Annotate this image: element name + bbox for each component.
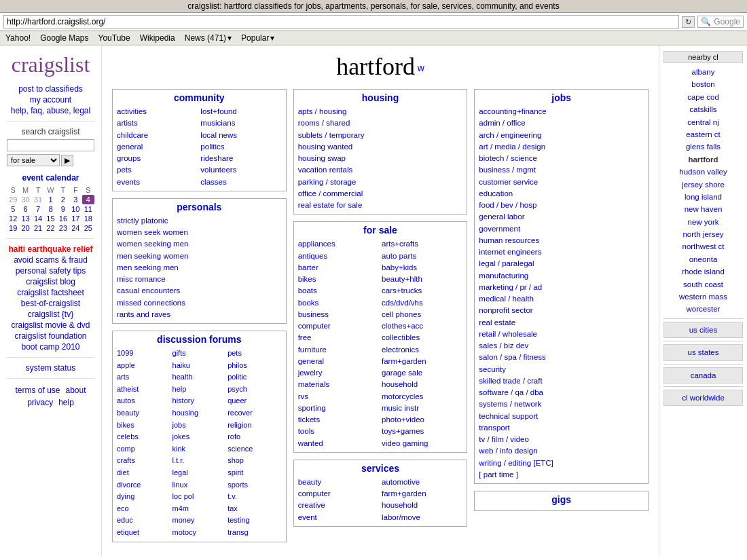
cal-day[interactable]: 16 xyxy=(57,214,69,223)
cal-day[interactable]: 3 xyxy=(69,195,81,204)
terms-of-use[interactable]: terms of use xyxy=(15,386,60,395)
forum-kink[interactable]: kink xyxy=(172,443,227,455)
jobs-customer[interactable]: customer service xyxy=(479,176,644,188)
services-labormove[interactable]: labor/move xyxy=(382,512,462,523)
forum-recover[interactable]: recover xyxy=(227,407,282,419)
post-to-classifieds[interactable]: post to classifieds xyxy=(7,84,94,94)
jobs-arch[interactable]: arch / engineering xyxy=(479,130,644,141)
nearby-albany[interactable]: albany xyxy=(663,66,743,78)
craigslist-search-input[interactable] xyxy=(7,139,94,151)
cal-day[interactable]: 13 xyxy=(19,214,31,223)
forum-history[interactable]: history xyxy=(172,395,227,407)
nearby-hartford[interactable]: hartford xyxy=(663,153,743,166)
forum-dying[interactable]: dying xyxy=(117,491,171,503)
personals-wsm[interactable]: women seeking men xyxy=(117,238,282,250)
forsale-tickets[interactable]: tickets xyxy=(298,414,379,426)
community-events[interactable]: events xyxy=(117,176,198,188)
cal-day[interactable]: 12 xyxy=(7,214,19,223)
services-farmgarden[interactable]: farm+garden xyxy=(382,488,462,500)
housing-realestate[interactable]: real estate for sale xyxy=(298,200,463,211)
forum-1099[interactable]: 1099 xyxy=(117,348,171,360)
my-account[interactable]: my account xyxy=(7,95,94,105)
forum-educ[interactable]: educ xyxy=(117,515,171,527)
forum-atheist[interactable]: atheist xyxy=(117,384,171,396)
forum-jokes[interactable]: jokes xyxy=(172,431,227,443)
bookmark-wikipedia[interactable]: Wikipedia xyxy=(140,33,175,43)
cl-foundation[interactable]: craigslist foundation xyxy=(7,331,94,341)
forsale-electronics[interactable]: electronics xyxy=(382,344,462,356)
forsale-carstrucks[interactable]: cars+trucks xyxy=(382,285,462,297)
cl-factsheet[interactable]: craigslist factsheet xyxy=(7,288,94,297)
cal-day[interactable]: 19 xyxy=(7,223,19,233)
forum-motocy[interactable]: motocy xyxy=(172,527,227,539)
forum-queer[interactable]: queer xyxy=(227,395,282,407)
cal-day[interactable]: 10 xyxy=(69,204,81,214)
cal-day[interactable]: 6 xyxy=(19,204,31,214)
cal-day[interactable]: 14 xyxy=(32,214,44,223)
forum-eco[interactable]: eco xyxy=(117,503,171,515)
forum-divorce[interactable]: divorce xyxy=(117,479,171,491)
services-automotive[interactable]: automotive xyxy=(382,477,462,488)
cl-tv[interactable]: craigslist {tv} xyxy=(7,310,94,319)
bookmark-yahoo[interactable]: Yahoo! xyxy=(5,33,31,43)
nearby-easternct[interactable]: eastern ct xyxy=(663,128,743,141)
housing-parking[interactable]: parking / storage xyxy=(298,176,463,188)
bookmark-youtube[interactable]: YouTube xyxy=(98,33,130,43)
community-pets[interactable]: pets xyxy=(117,164,198,176)
personals-title[interactable]: personals xyxy=(117,202,282,212)
jobs-manufacturing[interactable]: manufacturing xyxy=(479,270,644,282)
jobs-internet[interactable]: internet engineers xyxy=(479,246,644,258)
nearby-southcoast[interactable]: south coast xyxy=(663,278,743,291)
jobs-hr[interactable]: human resources xyxy=(479,235,644,246)
forsale-materials[interactable]: materials xyxy=(298,379,379,390)
services-computer[interactable]: computer xyxy=(298,488,379,500)
nearby-catskills[interactable]: catskills xyxy=(663,103,743,115)
forum-celebs[interactable]: celebs xyxy=(117,431,171,443)
community-groups[interactable]: groups xyxy=(117,153,198,164)
jobs-retail[interactable]: retail / wholesale xyxy=(479,329,644,340)
forum-rofo[interactable]: rofo xyxy=(227,431,282,443)
personals-casual[interactable]: casual encounters xyxy=(117,285,282,297)
us-cities-link[interactable]: us cities xyxy=(663,322,743,338)
forum-testing[interactable]: testing xyxy=(227,515,282,527)
cal-day[interactable]: 24 xyxy=(69,223,81,233)
discussion-title[interactable]: discussion forums xyxy=(117,334,282,345)
forsale-barter[interactable]: barter xyxy=(298,262,379,274)
nearby-glensfalls[interactable]: glens falls xyxy=(663,141,743,153)
help[interactable]: help xyxy=(58,398,74,407)
nearby-northjersey[interactable]: north jersey xyxy=(663,228,743,240)
jobs-art[interactable]: art / media / design xyxy=(479,141,644,153)
jobs-writing[interactable]: writing / editing [ETC] xyxy=(479,458,644,469)
forum-science[interactable]: science xyxy=(227,443,282,455)
nearby-worcester[interactable]: worcester xyxy=(663,303,743,315)
forum-haiku[interactable]: haiku xyxy=(172,360,227,372)
personals-rants[interactable]: rants and raves xyxy=(117,309,282,320)
forsale-cellphones[interactable]: cell phones xyxy=(382,309,462,320)
forum-etiquet[interactable]: etiquet xyxy=(117,527,171,539)
forsale-babykids[interactable]: baby+kids xyxy=(382,262,462,274)
cal-day[interactable]: 7 xyxy=(32,204,44,214)
forum-m4m[interactable]: m4m xyxy=(172,503,227,515)
jobs-biotech[interactable]: biotech / science xyxy=(479,153,644,164)
bookmark-popular[interactable]: Popular ▾ xyxy=(241,33,274,43)
search-category-select[interactable]: for sale housing jobs personals communit… xyxy=(7,154,60,166)
gigs-title[interactable]: gigs xyxy=(479,494,644,505)
jobs-realestate[interactable]: real estate xyxy=(479,317,644,329)
jobs-legal[interactable]: legal / paralegal xyxy=(479,258,644,269)
forsale-books[interactable]: books xyxy=(298,297,379,309)
jobs-accounting[interactable]: accounting+finance xyxy=(479,106,644,117)
forum-ltr[interactable]: l.t.r. xyxy=(172,455,227,467)
system-status[interactable]: system status xyxy=(7,363,94,373)
community-activities[interactable]: activities xyxy=(117,106,198,117)
forum-help[interactable]: help xyxy=(172,384,227,396)
personal-safety[interactable]: personal safety tips xyxy=(7,266,94,276)
forum-tv[interactable]: t.v. xyxy=(227,491,282,503)
forum-legal[interactable]: legal xyxy=(172,467,227,479)
avoid-scams[interactable]: avoid scams & fraud xyxy=(7,255,94,265)
housing-office[interactable]: office / commercial xyxy=(298,188,463,200)
jobs-sales[interactable]: sales / biz dev xyxy=(479,340,644,352)
forum-gifts[interactable]: gifts xyxy=(172,348,227,360)
forsale-toysgames[interactable]: toys+games xyxy=(382,426,462,437)
bookmark-googlemaps[interactable]: Google Maps xyxy=(40,33,88,43)
help-faq[interactable]: help, faq, abuse, legal xyxy=(7,106,94,115)
